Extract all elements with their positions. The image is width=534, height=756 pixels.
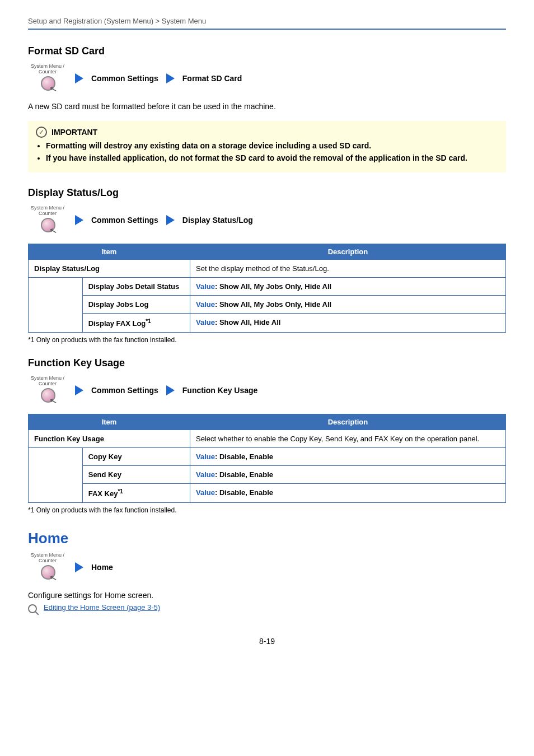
sec3-footnote: *1 Only on products with the fax functio…: [28, 506, 506, 514]
function-key-usage-table: Item Description Function Key Usage Sele…: [28, 414, 506, 503]
sec1-intro: A new SD card must be formatted before i…: [28, 102, 506, 111]
nav-function-key-usage: Function Key Usage: [182, 386, 258, 395]
important-bullet: If you have installed application, do no…: [46, 153, 498, 162]
row-item: Display Status/Log: [29, 259, 190, 277]
sub-desc: Value: Disable, Enable: [190, 447, 506, 465]
sec2-footnote: *1 Only on products with the fax functio…: [28, 336, 506, 344]
system-menu-counter-icon: System Menu / Counter ↖: [28, 553, 67, 582]
important-title: IMPORTANT: [51, 128, 97, 137]
display-status-log-table: Item Description Display Status/Log Set …: [28, 244, 506, 333]
reference-row: Editing the Home Screen (page 3-5): [28, 603, 506, 614]
sec1-title: Format SD Card: [28, 45, 506, 57]
sub-item: Send Key: [82, 465, 190, 483]
system-menu-counter-icon: System Menu / Counter ↖: [28, 206, 67, 235]
sec2-nav: System Menu / Counter ↖ Common Settings …: [28, 206, 506, 235]
nav-display-status-log: Display Status/Log: [182, 216, 253, 225]
system-menu-counter-icon: System Menu / Counter ↖: [28, 376, 67, 405]
touch-icon: ↖: [39, 565, 56, 582]
sub-desc: Value: Show All, My Jobs Only, Hide All: [190, 277, 506, 295]
magnifier-icon: [28, 604, 38, 614]
sub-item: FAX Key*1: [82, 483, 190, 502]
arrow-right-icon: [166, 385, 175, 395]
arrow-right-icon: [75, 385, 83, 395]
arrow-right-icon: [166, 215, 175, 225]
sec4-nav: System Menu / Counter ↖ Home: [28, 553, 506, 582]
sec3-nav: System Menu / Counter ↖ Common Settings …: [28, 376, 506, 405]
arrow-right-icon: [75, 73, 83, 83]
check-circle-icon: ✓: [36, 127, 47, 138]
row-desc: Set the display method of the Status/Log…: [190, 259, 506, 277]
th-description: Description: [190, 414, 506, 430]
nav-common-settings: Common Settings: [91, 74, 158, 83]
arrow-right-icon: [75, 215, 83, 225]
th-item: Item: [29, 414, 190, 430]
indent-cell: [29, 277, 83, 332]
row-item: Function Key Usage: [29, 430, 190, 447]
sec4-title: Home: [28, 530, 506, 547]
page-number: 8-19: [28, 637, 506, 646]
sub-desc: Value: Disable, Enable: [190, 483, 506, 502]
row-desc: Select whether to enable the Copy Key, S…: [190, 430, 506, 447]
nav-format-sd-card: Format SD Card: [182, 74, 242, 83]
sec3-title: Function Key Usage: [28, 357, 506, 369]
editing-home-screen-link[interactable]: Editing the Home Screen (page 3-5): [44, 603, 160, 612]
important-bullet: Formatting will destroy any existing dat…: [46, 141, 498, 150]
nav-common-settings: Common Settings: [91, 216, 158, 225]
sub-desc: Value: Disable, Enable: [190, 465, 506, 483]
touch-icon: ↖: [39, 76, 56, 93]
th-item: Item: [29, 244, 190, 259]
indent-cell: [29, 447, 83, 502]
sub-item: Display FAX Log*1: [82, 313, 190, 332]
sec2-title: Display Status/Log: [28, 187, 506, 199]
sec4-body: Configure settings for Home screen.: [28, 591, 506, 600]
sub-item: Display Jobs Detail Status: [82, 277, 190, 295]
touch-icon: ↖: [39, 388, 56, 405]
running-head: Setup and Registration (System Menu) > S…: [28, 17, 506, 29]
th-description: Description: [190, 244, 506, 259]
system-menu-label: System Menu / Counter: [28, 376, 67, 387]
important-box: ✓ IMPORTANT Formatting will destroy any …: [28, 121, 506, 172]
sub-item: Copy Key: [82, 447, 190, 465]
nav-home: Home: [91, 563, 113, 572]
header-rule: [28, 29, 506, 30]
system-menu-label: System Menu / Counter: [28, 553, 67, 564]
system-menu-label: System Menu / Counter: [28, 206, 67, 217]
sub-item: Display Jobs Log: [82, 295, 190, 313]
arrow-right-icon: [166, 73, 175, 83]
arrow-right-icon: [75, 562, 83, 572]
sec1-nav: System Menu / Counter ↖ Common Settings …: [28, 64, 506, 93]
touch-icon: ↖: [39, 218, 56, 235]
nav-common-settings: Common Settings: [91, 386, 158, 395]
sub-desc: Value: Show All, Hide All: [190, 313, 506, 332]
sub-desc: Value: Show All, My Jobs Only, Hide All: [190, 295, 506, 313]
system-menu-counter-icon: System Menu / Counter ↖: [28, 64, 67, 93]
system-menu-label: System Menu / Counter: [28, 64, 67, 75]
